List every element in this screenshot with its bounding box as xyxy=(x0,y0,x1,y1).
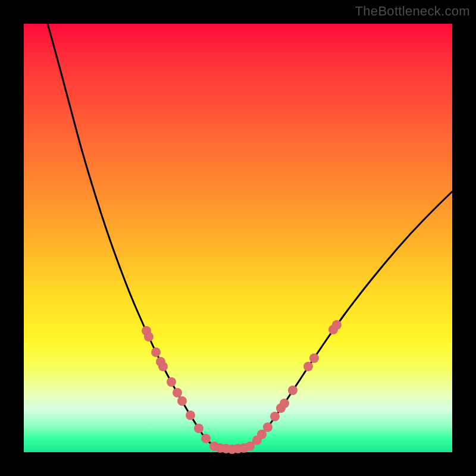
scatter-marker xyxy=(309,353,319,363)
scatter-marker xyxy=(186,411,195,420)
scatter-marker xyxy=(177,396,187,406)
chart-frame: TheBottleneck.com xyxy=(0,0,476,476)
scatter-marker xyxy=(332,320,342,330)
scatter-marker xyxy=(270,412,280,421)
scatter-marker xyxy=(151,347,161,357)
watermark-text: TheBottleneck.com xyxy=(355,4,470,19)
scatter-marker xyxy=(303,362,313,371)
plot-area xyxy=(24,24,452,452)
curve-svg xyxy=(24,24,452,452)
scatter-marker xyxy=(288,386,298,395)
left-curve xyxy=(48,24,214,446)
scatter-marker xyxy=(280,399,289,408)
scatter-marker xyxy=(173,388,182,397)
scatter-markers xyxy=(142,320,342,454)
scatter-marker xyxy=(158,362,168,371)
scatter-marker xyxy=(263,422,273,432)
scatter-marker xyxy=(201,434,211,443)
scatter-marker xyxy=(144,332,154,342)
scatter-marker xyxy=(167,377,176,387)
scatter-marker xyxy=(194,424,203,433)
